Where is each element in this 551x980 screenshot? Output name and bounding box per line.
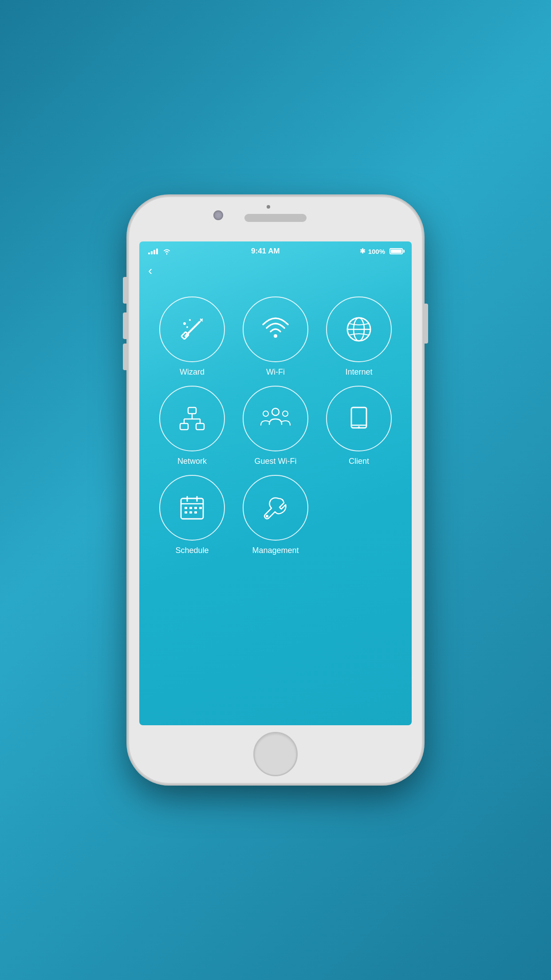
svg-point-4 <box>186 326 188 328</box>
bluetooth-icon: ✱ <box>360 247 366 255</box>
menu-grid: Wizard Wi-Fi <box>139 261 412 569</box>
svg-rect-26 <box>185 507 187 509</box>
internet-circle <box>326 296 392 362</box>
menu-item-management[interactable]: Management <box>236 475 315 555</box>
guest-wifi-icon <box>258 403 293 434</box>
svg-point-2 <box>183 322 186 325</box>
status-left <box>148 248 171 255</box>
management-icon <box>260 492 291 523</box>
signal-bars <box>148 248 158 254</box>
wizard-icon <box>177 314 208 345</box>
svg-point-3 <box>189 319 191 321</box>
client-icon <box>343 403 374 434</box>
wifi-status-icon <box>162 248 171 255</box>
svg-point-33 <box>266 515 268 518</box>
svg-point-5 <box>274 334 277 338</box>
battery-fill <box>391 249 401 253</box>
client-circle <box>326 386 392 451</box>
menu-item-wizard[interactable]: Wizard <box>153 296 232 377</box>
wizard-label: Wizard <box>180 368 205 377</box>
menu-item-network[interactable]: Network <box>153 386 232 466</box>
menu-item-client[interactable]: Client <box>319 386 398 466</box>
wifi-label: Wi-Fi <box>266 368 285 377</box>
svg-point-17 <box>263 411 268 416</box>
internet-icon <box>343 314 374 345</box>
status-time: 9:41 AM <box>251 247 280 256</box>
menu-item-schedule[interactable]: Schedule <box>153 475 232 555</box>
menu-item-internet[interactable]: Internet <box>319 296 398 377</box>
menu-item-guest-wifi[interactable]: Guest Wi-Fi <box>236 386 315 466</box>
network-label: Network <box>177 457 207 466</box>
svg-rect-32 <box>199 507 202 509</box>
wifi-circle <box>243 296 308 362</box>
phone-top <box>129 197 422 241</box>
signal-bar-3 <box>153 250 155 254</box>
svg-rect-30 <box>189 511 192 514</box>
guest-wifi-circle <box>243 386 308 451</box>
status-right: ✱ 100% <box>360 247 403 255</box>
svg-point-21 <box>358 427 360 429</box>
internet-label: Internet <box>345 368 372 377</box>
phone-screen: 9:41 AM ✱ 100% ‹ <box>139 241 412 725</box>
network-icon <box>177 403 208 434</box>
svg-rect-27 <box>189 507 192 509</box>
network-circle <box>159 386 225 451</box>
svg-rect-31 <box>194 511 197 514</box>
client-label: Client <box>349 457 369 466</box>
status-bar: 9:41 AM ✱ 100% <box>139 241 412 261</box>
management-circle <box>243 475 308 541</box>
menu-item-wifi[interactable]: Wi-Fi <box>236 296 315 377</box>
svg-point-18 <box>283 411 288 416</box>
svg-point-16 <box>272 408 279 415</box>
management-label: Management <box>252 546 299 555</box>
phone-speaker <box>244 214 307 222</box>
wizard-circle <box>159 296 225 362</box>
guest-wifi-label: Guest Wi-Fi <box>254 457 296 466</box>
svg-rect-28 <box>194 507 197 509</box>
signal-bar-4 <box>156 249 158 254</box>
svg-rect-11 <box>196 423 204 430</box>
phone-device: 9:41 AM ✱ 100% ‹ <box>129 197 422 783</box>
home-button[interactable] <box>253 732 298 776</box>
battery-percent: 100% <box>368 248 385 255</box>
signal-bar-1 <box>148 253 150 254</box>
phone-camera <box>213 210 223 220</box>
schedule-icon <box>177 492 208 523</box>
schedule-circle <box>159 475 225 541</box>
phone-bottom <box>253 725 298 783</box>
battery-icon <box>390 248 403 254</box>
schedule-label: Schedule <box>175 546 209 555</box>
signal-bar-2 <box>151 251 153 254</box>
svg-rect-10 <box>180 423 188 430</box>
svg-rect-9 <box>188 407 196 414</box>
wifi-icon <box>260 314 291 345</box>
back-button[interactable]: ‹ <box>148 265 152 277</box>
svg-rect-29 <box>185 511 187 514</box>
phone-dot <box>267 205 270 209</box>
